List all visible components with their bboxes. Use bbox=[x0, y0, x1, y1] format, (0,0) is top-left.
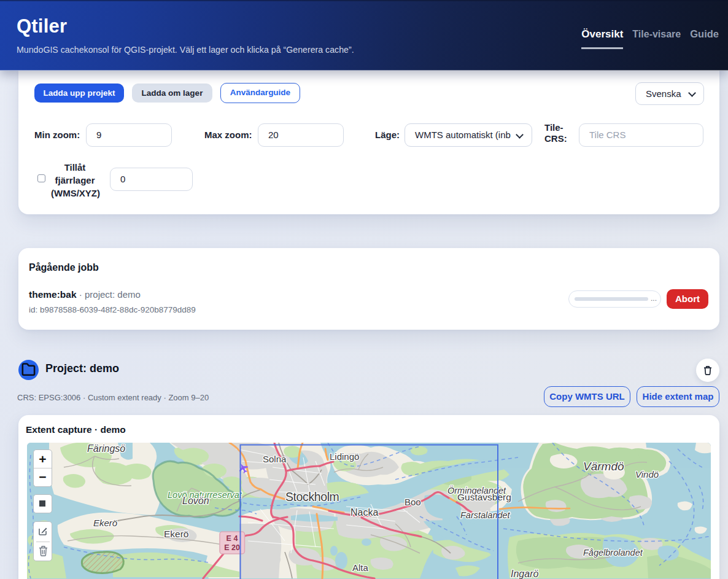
svg-text:Färingsö: Färingsö bbox=[87, 443, 125, 454]
svg-text:Ingarö: Ingarö bbox=[511, 569, 538, 579]
svg-text:Farstalandet: Farstalandet bbox=[460, 510, 511, 520]
svg-text:E 4: E 4 bbox=[227, 534, 238, 543]
svg-text:Lovön: Lovön bbox=[182, 495, 209, 506]
svg-text:Gustavsberg: Gustavsberg bbox=[457, 492, 511, 502]
svg-text:Boo: Boo bbox=[405, 497, 421, 507]
svg-text:Fågelbrolandet: Fågelbrolandet bbox=[583, 548, 643, 558]
svg-text:Stockholm: Stockholm bbox=[285, 490, 339, 503]
svg-text:Alta: Alta bbox=[352, 562, 369, 573]
svg-text:Lidingö: Lidingö bbox=[330, 451, 359, 462]
svg-text:Ekerö: Ekerö bbox=[164, 529, 189, 539]
svg-text:Vindö: Vindö bbox=[635, 469, 659, 480]
svg-text:Nacka: Nacka bbox=[350, 507, 378, 518]
svg-text:Solna: Solna bbox=[263, 454, 287, 464]
svg-text:Värmdö: Värmdö bbox=[583, 460, 624, 473]
svg-text:E 20: E 20 bbox=[224, 543, 240, 552]
svg-text:Ekerö: Ekerö bbox=[93, 518, 117, 528]
